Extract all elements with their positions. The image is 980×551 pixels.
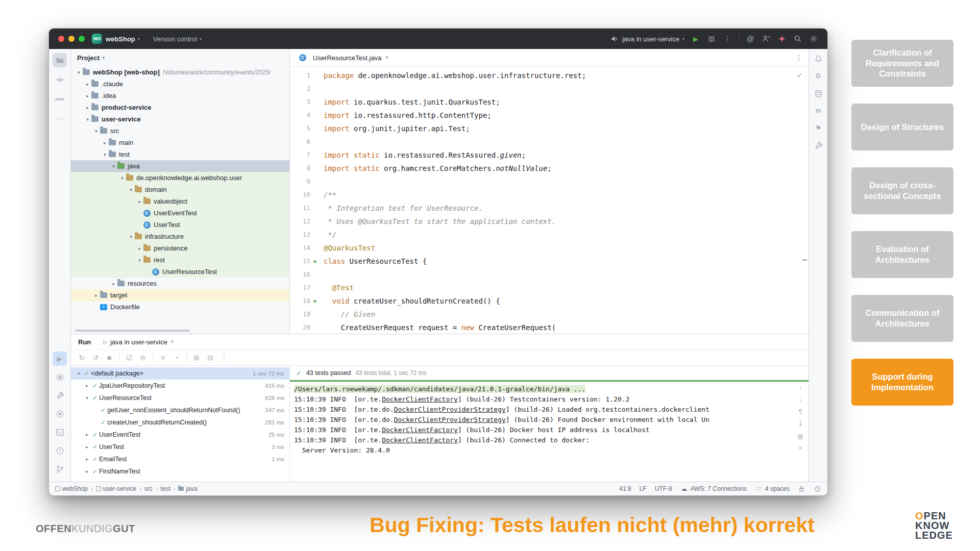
zoom-button[interactable] [79, 36, 85, 42]
code-viewport[interactable]: 1package de.openknowledge.ai.webshop.use… [290, 67, 808, 334]
chevron-down-icon[interactable]: ▾ [118, 176, 126, 181]
chevron-down-icon[interactable]: ▾ [101, 152, 109, 157]
project-tree-row[interactable]: ▾infrastructure [71, 231, 289, 242]
notifications-widget[interactable] [814, 485, 821, 493]
console-output[interactable]: /Users/lars.roewekamp/.sdkman/candidates… [290, 382, 808, 482]
chevron-right-icon[interactable]: ▸ [136, 246, 143, 251]
passed-filter-button[interactable]: ☑ [124, 352, 135, 363]
scroll-end-icon[interactable]: ↧ [796, 420, 804, 428]
chevron-down-icon[interactable]: ▾ [75, 371, 83, 376]
inspections-ok-icon[interactable]: ✓ [797, 71, 802, 79]
tab-options-icon[interactable]: ⋮ [795, 54, 808, 62]
project-tree-row[interactable]: ▾test [71, 148, 289, 160]
test-tree-row[interactable]: ▸✓JpaUserRepositoryTest415 ms [71, 380, 289, 392]
test-tree-row[interactable]: ▸✓UserEventTest25 ms [71, 429, 289, 441]
run-gutter-icon[interactable]: ▶ [310, 294, 321, 308]
tool-database-button[interactable] [812, 87, 825, 100]
line-separator-widget[interactable]: LF [640, 485, 647, 492]
ai-assistant-button[interactable] [777, 34, 787, 43]
run-button[interactable]: ▶ [691, 34, 700, 43]
soft-wrap-icon[interactable]: ¶ [796, 408, 804, 416]
chevron-right-icon[interactable]: ▸ [84, 93, 91, 98]
project-tree-row[interactable]: ≡Dockerfile [71, 301, 289, 313]
project-tree-row[interactable]: ▸.idea [71, 90, 289, 102]
project-tree-row[interactable]: CUserTest [71, 219, 289, 231]
scroll-up-icon[interactable]: ↑ [796, 383, 804, 391]
indent-size-widget[interactable]: ∷4 spaces [755, 485, 790, 493]
project-tree-row[interactable]: ▾src [71, 125, 289, 137]
project-tree-row[interactable]: ▾user-service [71, 113, 289, 125]
chevron-right-icon[interactable]: ▸ [92, 293, 100, 298]
project-tree-row[interactable]: ▸main [71, 137, 289, 148]
project-tree-row[interactable]: ▾rest [71, 254, 289, 266]
code-with-me-button[interactable] [762, 34, 771, 43]
tool-gradle-button[interactable]: G [812, 69, 825, 83]
chevron-right-icon[interactable]: ▸ [83, 457, 91, 462]
editor-tab[interactable]: C UserResourceTest.java × [294, 49, 394, 66]
close-tab-icon[interactable]: × [385, 54, 388, 61]
project-tree-row[interactable]: CUserEventTest [71, 207, 289, 219]
mentions-button[interactable]: @ [746, 34, 755, 43]
chevron-right-icon[interactable]: ▸ [83, 383, 91, 388]
ignored-filter-button[interactable]: ⊘ [137, 352, 149, 363]
tool-terminal-button[interactable] [53, 425, 67, 439]
breadcrumb-item[interactable]: test [160, 485, 170, 492]
chevron-right-icon[interactable]: ▸ [83, 469, 91, 474]
project-tree-row[interactable]: ▸persistence [71, 242, 289, 254]
rerun-button[interactable]: ↻ [76, 352, 87, 363]
project-tree-row[interactable]: ▾de.openknowledge.ai.webshop.user [71, 172, 289, 184]
stop-button[interactable]: ■ [104, 352, 115, 363]
kebab-button[interactable]: ⋮ [218, 352, 230, 363]
project-tree-row[interactable]: ▾webShop [web-shop]/Volumes/work/communi… [71, 66, 289, 78]
chevron-down-icon[interactable]: ▾ [110, 164, 117, 169]
chevron-right-icon[interactable]: ▸ [110, 281, 117, 286]
test-tree-row[interactable]: ▸✓EmailTest1 ms [71, 453, 289, 465]
test-tree-row[interactable]: ▾✓UserResourceTest628 ms [71, 392, 289, 404]
rerun-failed-button[interactable]: ↺ [90, 352, 101, 363]
chevron-right-icon[interactable]: ▸ [84, 105, 91, 110]
breadcrumb-item[interactable]: java [178, 485, 197, 492]
tool-services-button[interactable] [53, 407, 67, 421]
settings-gear-button[interactable] [809, 34, 818, 43]
minimize-button[interactable] [68, 36, 75, 42]
chevron-right-icon[interactable]: ▸ [101, 140, 109, 145]
test-tree-row[interactable]: ✓createUser_shouldReturnCreated()281 ms [71, 416, 289, 429]
chevron-down-icon[interactable]: ▾ [84, 117, 91, 122]
project-tree-row[interactable]: ▸product-service [71, 102, 289, 113]
aws-connections-widget[interactable]: ☁AWS: 7 Connections [680, 485, 747, 493]
breadcrumb-item[interactable]: user-service [96, 485, 136, 492]
breadcrumb-item[interactable]: src [144, 485, 153, 492]
test-tree-row[interactable]: ▸✓FirstNameTest [71, 465, 289, 478]
tool-aws-button[interactable]: aws [53, 92, 67, 106]
chevron-down-icon[interactable]: ▾ [83, 395, 91, 400]
tool-build-wrench-button[interactable] [53, 388, 67, 403]
chevron-right-icon[interactable]: ▸ [84, 82, 91, 87]
caret-position-widget[interactable]: 41:8 [619, 485, 631, 492]
encoding-widget[interactable]: UTF-8 [655, 485, 672, 492]
chevron-down-icon[interactable]: ▾ [92, 129, 100, 134]
test-tree-row[interactable]: ▾✓<default package>1 sec 72 ms [71, 367, 289, 380]
print-icon[interactable]: ▤ [796, 432, 804, 440]
tool-git-branch-button[interactable] [53, 462, 67, 476]
more-actions-button[interactable]: ⋮ [723, 34, 732, 43]
tool-maven-button[interactable]: m [812, 104, 825, 117]
project-tree-row[interactable]: CUserResourceTest [71, 266, 289, 278]
project-tree-row[interactable]: ▸resources [71, 278, 289, 289]
clear-icon[interactable]: × [796, 444, 804, 453]
chevron-down-icon[interactable]: ▾ [127, 187, 135, 192]
run-configuration-select[interactable]: java in user-service ▾ [610, 34, 684, 43]
project-tree-row[interactable]: ▸target [71, 289, 289, 301]
history-button[interactable]: ◔ [171, 352, 182, 363]
project-tree-row[interactable]: ▾java [71, 160, 289, 172]
sort-button[interactable]: ≡ [157, 352, 168, 363]
project-widget[interactable]: webShop ▾ [106, 35, 140, 43]
chevron-down-icon[interactable]: ▾ [75, 70, 83, 75]
tool-build-wrench-button[interactable] [812, 139, 825, 152]
readonly-lock-widget[interactable] [798, 485, 805, 493]
tool-bookmarks-button[interactable]: ⚑ [812, 121, 825, 135]
chevron-right-icon[interactable]: ▸ [83, 432, 91, 437]
chevron-right-icon[interactable]: ▸ [136, 199, 143, 204]
vcs-widget[interactable]: Version control ▾ [153, 35, 202, 43]
tool-problems-button[interactable] [53, 443, 67, 458]
collapse-button[interactable]: ⊟ [205, 352, 216, 363]
